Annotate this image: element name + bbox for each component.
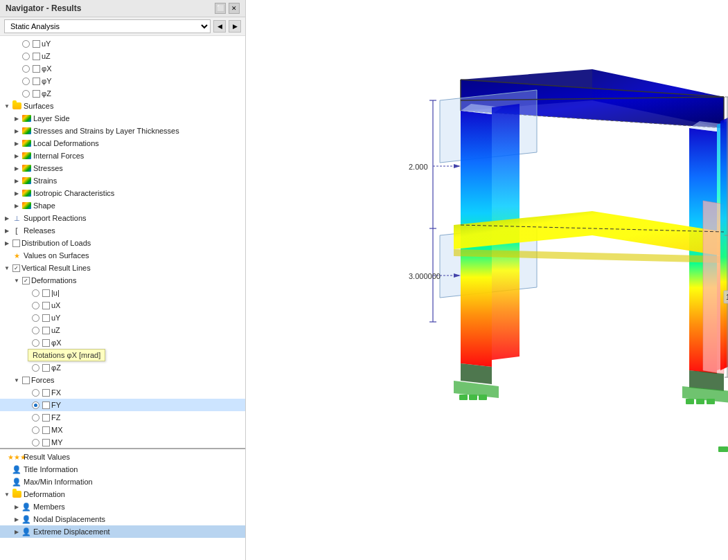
cb-fy[interactable]: [42, 401, 50, 409]
tree-item-local-deform[interactable]: Local Deformations: [0, 137, 245, 150]
cb-uy2[interactable]: [42, 314, 50, 322]
cb-fx[interactable]: [42, 389, 50, 397]
expand-icon[interactable]: [3, 214, 11, 222]
close-button[interactable]: ✕: [229, 3, 240, 14]
expand-icon[interactable]: [12, 139, 21, 147]
cb-phix2[interactable]: [42, 339, 50, 347]
radio-mx[interactable]: [32, 426, 39, 434]
restore-button[interactable]: ⬜: [215, 3, 226, 14]
expand-icon[interactable]: [12, 177, 21, 185]
radio-my[interactable]: [32, 439, 39, 446]
tree-item-stresses-strains[interactable]: Stresses and Strains by Layer Thicknesse…: [0, 125, 245, 137]
tree-item-deformation-section[interactable]: Deformation: [0, 488, 245, 500]
radio-phiy2[interactable]: [32, 352, 39, 359]
radio-phix2[interactable]: [32, 339, 39, 347]
expand-icon[interactable]: [12, 376, 21, 384]
cb-uz2[interactable]: [42, 327, 50, 334]
tree-item-layer-side[interactable]: Layer Side: [0, 112, 245, 125]
expand-icon[interactable]: [3, 264, 11, 272]
expand-icon[interactable]: [12, 127, 21, 135]
tree-item-uz[interactable]: uZ: [0, 50, 245, 62]
expand-icon[interactable]: [12, 527, 21, 536]
expand-icon[interactable]: [12, 503, 21, 511]
cb-phiz[interactable]: [33, 90, 40, 98]
tree-item-distribution[interactable]: Distribution of Loads: [0, 237, 245, 249]
tree-item-fy[interactable]: FY: [0, 399, 245, 411]
tree-item-nodal-disp[interactable]: 👤 Nodal Displacements: [0, 513, 245, 525]
tree-item-fx[interactable]: FX: [0, 386, 245, 399]
tree-item-uz2[interactable]: uZ: [0, 324, 245, 336]
tree-item-phix[interactable]: φX: [0, 62, 245, 75]
tree-item-phiy[interactable]: φY: [0, 75, 245, 87]
radio-fx[interactable]: [32, 389, 39, 397]
cb-mx[interactable]: [42, 426, 50, 434]
tree-item-uy2[interactable]: uY: [0, 311, 245, 324]
tree-item-phiz[interactable]: φZ: [0, 87, 245, 100]
expand-icon[interactable]: [3, 490, 11, 498]
cb-ux2[interactable]: [42, 302, 50, 309]
cb-uy[interactable]: [33, 40, 40, 48]
tree-item-releases[interactable]: [ Releases: [0, 224, 245, 237]
next-arrow[interactable]: ▶: [229, 20, 241, 33]
cb-distribution[interactable]: [12, 240, 20, 247]
prev-arrow[interactable]: ◀: [213, 20, 226, 33]
radio-uy[interactable]: [22, 40, 30, 48]
tree-item-uy[interactable]: uY: [0, 37, 245, 50]
tree-item-support-reactions[interactable]: ⊥ Support Reactions: [0, 212, 245, 224]
tree-item-fz[interactable]: FZ: [0, 411, 245, 424]
tree-item-result-values[interactable]: ★★★ Result Values: [0, 451, 245, 463]
expand-icon[interactable]: [3, 239, 11, 247]
expand-icon[interactable]: [12, 515, 21, 523]
tree-item-maxmin-info[interactable]: 👤 Max/Min Information: [0, 476, 245, 488]
tree-item-isotropic[interactable]: Isotropic Characteristics: [0, 187, 245, 199]
radio-fz[interactable]: [32, 414, 39, 422]
tree-item-deformations[interactable]: Deformations: [0, 274, 245, 287]
tree-item-abs-u[interactable]: |u|: [0, 287, 245, 299]
tree-item-members[interactable]: 👤 Members: [0, 500, 245, 513]
cb-uz[interactable]: [33, 53, 40, 60]
radio-phix[interactable]: [22, 65, 30, 73]
tree-item-stresses[interactable]: Stresses: [0, 162, 245, 174]
expand-icon[interactable]: [12, 201, 21, 210]
tree-item-mx[interactable]: MX: [0, 424, 245, 436]
cb-phiy2[interactable]: [42, 352, 50, 359]
tree-item-phiz2[interactable]: φZ: [0, 361, 245, 374]
radio-fy[interactable]: [32, 401, 39, 409]
tree-item-surfaces[interactable]: Surfaces: [0, 100, 245, 112]
cb-vertical-result[interactable]: [12, 264, 20, 272]
tree-item-extreme-disp[interactable]: 👤 Extreme Displacement: [0, 525, 245, 538]
radio-uz[interactable]: [22, 53, 30, 60]
tree-item-phix2[interactable]: φX: [0, 336, 245, 349]
radio-phiz[interactable]: [22, 90, 30, 98]
radio-phiz2[interactable]: [32, 364, 39, 372]
tree-item-values-surfaces[interactable]: ★ Values on Surfaces: [0, 249, 245, 262]
radio-ux2[interactable]: [32, 302, 39, 309]
tree-item-ux2[interactable]: uX: [0, 299, 245, 311]
expand-icon[interactable]: [12, 114, 21, 123]
cb-my[interactable]: [42, 439, 50, 446]
expand-icon[interactable]: [12, 189, 21, 197]
cb-forces[interactable]: [22, 377, 30, 384]
tree-item-forces[interactable]: Forces: [0, 374, 245, 386]
tree-item-vertical-result[interactable]: Vertical Result Lines: [0, 262, 245, 274]
expand-icon[interactable]: [3, 102, 11, 110]
radio-uy2[interactable]: [32, 314, 39, 322]
radio-uz2[interactable]: [32, 327, 39, 334]
expand-icon[interactable]: [3, 226, 11, 235]
expand-icon[interactable]: [12, 276, 21, 284]
tree-item-title-info[interactable]: 👤 Title Information: [0, 463, 245, 476]
cb-phiz2[interactable]: [42, 364, 50, 372]
cb-fz[interactable]: [42, 414, 50, 422]
tree-item-phiy2[interactable]: φY Rotations φX [mrad]: [0, 349, 245, 361]
tree-item-shape[interactable]: Shape: [0, 199, 245, 212]
tree-item-strains[interactable]: Strains: [0, 174, 245, 187]
radio-phiy[interactable]: [22, 78, 30, 85]
expand-icon[interactable]: [12, 152, 21, 160]
tree-item-internal-forces[interactable]: Internal Forces: [0, 150, 245, 162]
expand-icon[interactable]: [12, 164, 21, 172]
analysis-dropdown[interactable]: Static Analysis: [4, 19, 211, 33]
cb-phix[interactable]: [33, 65, 40, 73]
radio-abs-u[interactable]: [32, 289, 39, 297]
cb-abs-u[interactable]: [42, 289, 50, 297]
cb-phiy[interactable]: [33, 78, 40, 85]
